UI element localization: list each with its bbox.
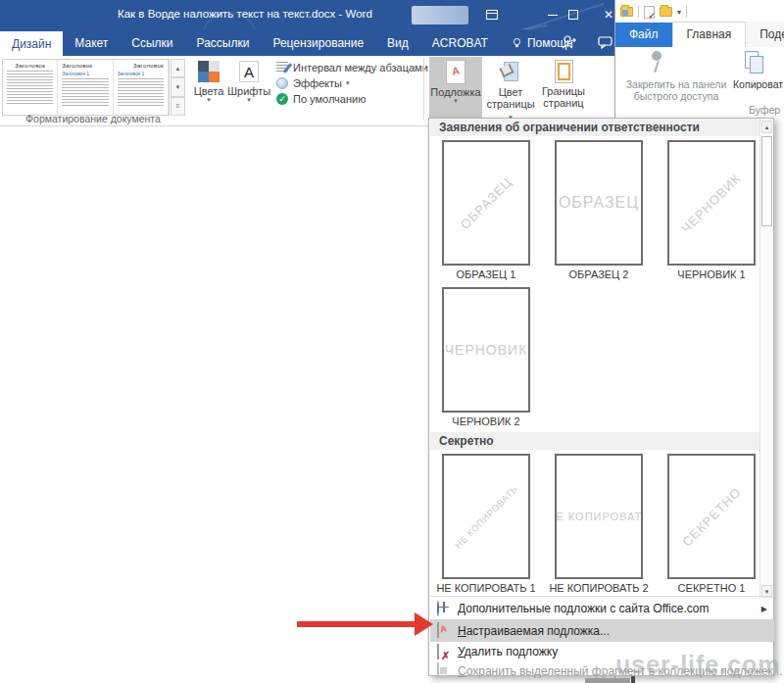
style-card-heading: Заголовок	[7, 63, 53, 69]
ribbon-display-options-button[interactable]	[486, 8, 500, 22]
style-card[interactable]: Заголовок	[3, 60, 58, 115]
remove-watermark-icon: ✗	[437, 644, 439, 659]
watermark-thumbnail: НЕ КОПИРОВАТЬ	[555, 454, 643, 579]
comments-icon[interactable]	[598, 36, 612, 49]
watermark-option-label: ОБРАЗЕЦ 2	[542, 268, 656, 280]
menu-item-label: Настраиваемая подложка...	[458, 624, 610, 638]
maximize-button[interactable]	[566, 8, 580, 22]
style-card-subheading: Заголовок 1	[62, 71, 108, 76]
explorer-quick-access-toolbar: ▾	[620, 3, 687, 21]
watermark-option-label: ЧЕРНОВИК 1	[655, 268, 768, 280]
watermark-text: ЧЕРНОВИК	[679, 171, 745, 236]
word-titlebar: Как в Ворде наложить текст на текст.docx…	[0, 0, 614, 29]
watermark-option-sekretno-1[interactable]: СЕКРЕТНО СЕКРЕТНО 1	[655, 454, 768, 594]
paragraph-spacing-label: Интервал между абзацами	[293, 62, 428, 73]
watermark-text: НЕ КОПИРОВАТЬ	[555, 511, 643, 522]
effects-button[interactable]: Эффекты ▾	[276, 77, 435, 89]
style-card[interactable]: Заголовок Заголовок 1	[58, 60, 113, 115]
theme-colors-icon	[198, 61, 220, 82]
copy-icon[interactable]	[745, 51, 766, 74]
watermark-text: СЕКРЕТНО	[679, 484, 744, 549]
menu-item-label: Удалить подложку	[458, 645, 558, 659]
dropdown-scrollbar[interactable]: ▲ ▼	[760, 120, 772, 599]
pointer-arrow-head	[415, 612, 433, 636]
style-card-subheading: Заголовок 1	[118, 71, 164, 76]
watermark-option-chernovik-2[interactable]: ЧЕРНОВИК ЧЕРНОВИК 2	[429, 287, 543, 427]
watermark-thumbnail: ЧЕРНОВИК	[442, 287, 530, 413]
set-as-default-button[interactable]: ✓ По умолчанию	[276, 93, 435, 105]
explorer-tab-home[interactable]: Главная	[672, 22, 747, 47]
page-color-icon	[501, 60, 520, 84]
paragraph-spacing-button[interactable]: Интервал между абзацами ▾	[276, 62, 435, 73]
watermark-dropdown: Заявления об ограничении ответственности…	[428, 118, 774, 676]
style-card[interactable]: Заголовок Заголовок 1	[114, 60, 169, 115]
theme-fonts-icon: А	[239, 61, 259, 82]
page-borders-label-line2: страниц	[543, 97, 583, 109]
watermark-text: НЕ КОПИРОВАТЬ	[453, 483, 520, 551]
window-title: Как в Ворде наложить текст на текст.docx…	[118, 8, 372, 20]
tab-acrobat[interactable]: ACROBAT	[420, 29, 500, 56]
watermark-button[interactable]: А Подложка ▾	[429, 57, 482, 119]
screenshot-root: Как в Ворде наложить текст на текст.docx…	[0, 0, 784, 683]
style-card-heading: Заголовок	[62, 63, 108, 69]
menu-item-custom-watermark[interactable]: А Настраиваемая подложка...	[430, 619, 774, 642]
tab-references[interactable]: Ссылки	[120, 29, 184, 56]
new-folder-icon[interactable]	[660, 7, 672, 17]
tab-view[interactable]: Вид	[375, 29, 420, 56]
lightbulb-icon	[512, 37, 522, 48]
pointer-arrow-shaft	[297, 621, 416, 627]
tab-design[interactable]: Дизайн	[0, 31, 63, 56]
background-fragment	[585, 678, 630, 683]
menu-item-label: Дополнительные подложки с сайта Office.c…	[458, 602, 709, 615]
pin-icon[interactable]	[647, 51, 666, 74]
qat-dropdown-icon[interactable]: ▾	[677, 8, 681, 17]
watermark-option-chernovik-1[interactable]: ЧЕРНОВИК ЧЕРНОВИК 1	[655, 140, 768, 280]
style-card-preview-lines	[118, 78, 164, 106]
tab-mailings[interactable]: Рассылки	[185, 29, 262, 56]
blurred-badge	[412, 6, 468, 24]
watermark-text: ОБРАЗЕЦ	[458, 174, 515, 232]
watermark-option-ne-kopirovat-2[interactable]: НЕ КОПИРОВАТЬ НЕ КОПИРОВАТЬ 2	[542, 454, 656, 594]
gallery-scroll-up-button[interactable]: ▲	[171, 59, 185, 77]
submenu-arrow-icon: ▶	[761, 605, 767, 613]
checklist-icon[interactable]	[644, 6, 655, 19]
watermark-option-label: НЕ КОПИРОВАТЬ 2	[542, 582, 656, 594]
theme-fonts-button[interactable]: А Шрифты ▾	[227, 61, 270, 103]
globe-icon	[437, 601, 439, 616]
scrollbar-thumb[interactable]	[761, 136, 772, 226]
page-borders-button[interactable]: Границы страниц	[537, 57, 590, 119]
gallery-scroll-down-button[interactable]: ▼	[171, 77, 185, 96]
tab-layout[interactable]: Макет	[63, 29, 120, 56]
watermark-option-obrazec-1[interactable]: ОБРАЗЕЦ ОБРАЗЕЦ 1	[429, 140, 543, 280]
ribbon-group-label: Форматирование документа	[0, 113, 186, 124]
watermark-option-label: ЧЕРНОВИК 2	[429, 415, 543, 427]
word-ribbon: Заголовок Заголовок Заголовок 1 Заголово…	[0, 56, 614, 126]
site-watermark: user-life.com	[615, 651, 781, 679]
scrollbar-up-button[interactable]: ▲	[761, 121, 772, 133]
save-selection-icon	[437, 662, 439, 678]
clipboard-group-label: Буфер	[749, 104, 780, 116]
pin-to-quick-access-button[interactable]: Закрепить на панели быстрого доступа	[619, 78, 733, 102]
minimize-button[interactable]	[546, 8, 560, 22]
theme-colors-button[interactable]: Цвета ▾	[190, 61, 227, 103]
watermark-option-label: СЕКРЕТНО 1	[655, 582, 768, 594]
watermark-option-obrazec-2[interactable]: ОБРАЗЕЦ ОБРАЗЕЦ 2	[542, 140, 656, 280]
watermark-option-ne-kopirovat-1[interactable]: НЕ КОПИРОВАТЬ НЕ КОПИРОВАТЬ 1	[429, 454, 543, 594]
background-fragment	[631, 676, 635, 683]
copy-button-label[interactable]: Копироват	[733, 78, 784, 90]
explorer-tab-file[interactable]: Файл	[615, 23, 672, 47]
watermark-option-label: НЕ КОПИРОВАТЬ 1	[429, 582, 543, 594]
menu-item-more-watermarks-office[interactable]: Дополнительные подложки с сайта Office.c…	[430, 598, 774, 619]
sign-in-icon[interactable]	[561, 34, 576, 50]
group-divider	[423, 58, 424, 121]
explorer-tab-share[interactable]: Поделит	[746, 23, 784, 47]
pin-label-line1: Закрепить на панели	[626, 78, 727, 90]
section-header-disclaimers: Заявления об ограничении ответственности	[430, 119, 761, 136]
tab-review[interactable]: Рецензирование	[261, 29, 375, 56]
folder-properties-icon[interactable]	[620, 7, 633, 17]
custom-watermark-icon: А	[437, 622, 439, 638]
style-gallery[interactable]: Заголовок Заголовок Заголовок 1 Заголово…	[2, 59, 170, 116]
page-color-button[interactable]: Цвет страницы ▾	[484, 57, 537, 119]
watermark-thumbnail: ОБРАЗЕЦ	[442, 140, 530, 266]
close-button[interactable]: ✕	[602, 8, 615, 22]
